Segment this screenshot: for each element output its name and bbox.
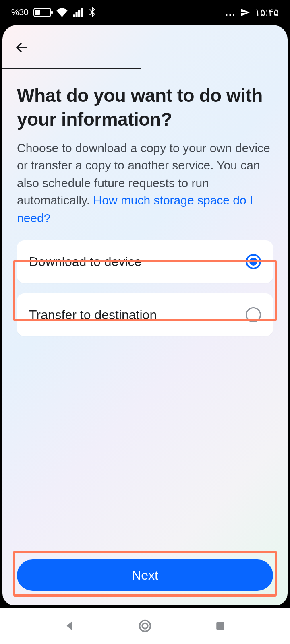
send-icon: [240, 8, 250, 17]
more-icon: ...: [225, 7, 236, 18]
battery-percent: %30: [11, 7, 29, 18]
status-left: %30: [11, 7, 96, 18]
divider: [2, 68, 141, 69]
topbar: [2, 25, 288, 69]
nav-home-button[interactable]: [137, 617, 153, 634]
status-right: ... ۱۵:۴۵: [225, 7, 279, 18]
option-label: Transfer to destination: [29, 308, 157, 322]
svg-point-0: [139, 621, 150, 632]
page-description: Choose to download a copy to your own de…: [17, 139, 273, 227]
next-button[interactable]: Next: [17, 559, 273, 591]
back-button[interactable]: [12, 38, 31, 57]
bluetooth-icon: [88, 7, 96, 18]
status-bar: %30 ... ۱۵:۴۵: [0, 0, 290, 25]
option-transfer-to-destination[interactable]: Transfer to destination: [17, 293, 273, 336]
option-label: Download to device: [29, 254, 141, 269]
wifi-icon: [56, 8, 68, 17]
battery-icon: [33, 8, 51, 17]
option-download-to-device[interactable]: Download to device: [17, 240, 273, 283]
system-navbar: [0, 608, 290, 644]
signal-icon: [73, 8, 83, 17]
page-title: What do you want to do with your informa…: [17, 84, 273, 131]
app-window: What do you want to do with your informa…: [2, 25, 288, 605]
options-list: Download to device Transfer to destinati…: [17, 240, 273, 336]
nav-recent-button[interactable]: [212, 617, 229, 634]
footer: Next: [2, 559, 288, 605]
nav-back-button[interactable]: [61, 617, 78, 634]
svg-rect-2: [216, 622, 224, 630]
radio-unselected-icon: [246, 307, 261, 322]
svg-point-1: [142, 623, 148, 629]
status-clock: ۱۵:۴۵: [255, 7, 279, 18]
content: What do you want to do with your informa…: [2, 69, 288, 559]
radio-selected-icon: [246, 254, 261, 269]
